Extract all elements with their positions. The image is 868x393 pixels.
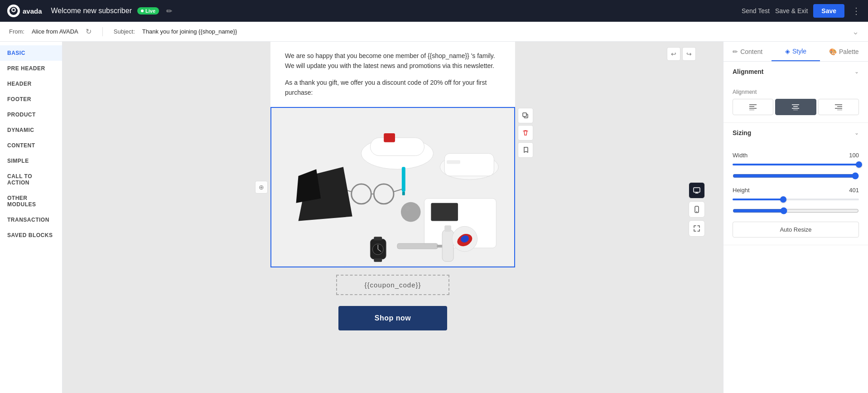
move-handle-icon[interactable]: ⊕ [255,181,268,194]
coupon-code-text: {{coupon_code}} [364,281,421,289]
email-body-text-2: As a thank you gift, we offer you a disc… [285,78,501,98]
copy-block-button[interactable] [518,108,533,123]
svg-rect-10 [444,153,494,176]
sidebar-item-other-modules[interactable]: OTHER MODULES [0,190,62,212]
sizing-chevron-icon: ⌄ [854,130,859,136]
from-label: From: [9,28,24,35]
svg-rect-34 [694,188,700,192]
sidebar-item-simple[interactable]: SIMPLE [0,153,62,169]
svg-rect-26 [444,225,451,232]
subject-label: Subject: [114,28,135,35]
width-label-row: Width 100 [733,152,859,159]
align-left-button[interactable] [733,99,773,115]
palette-tab-icon: 🎨 [829,48,837,55]
subheader-chevron-icon[interactable]: ⌄ [852,27,859,37]
content-tab-icon: ✏ [733,48,738,55]
sidebar-item-basic[interactable]: BASIC [0,45,62,61]
svg-point-28 [405,205,410,211]
style-tab-icon: ◈ [785,48,790,55]
live-badge: Live [137,7,159,15]
sizing-section-title: Sizing [733,129,751,136]
svg-rect-23 [397,243,438,249]
logo: avada [7,5,42,17]
width-slider-thumb [856,161,862,168]
from-value: Alice from AVADA [32,28,78,35]
alignment-section-header[interactable]: Alignment ⌄ [723,62,868,82]
shop-now-button[interactable]: Shop now [338,306,447,330]
height-label: Height [733,187,750,194]
edit-title-icon[interactable]: ✏ [166,7,172,15]
width-control: Width 100 [733,152,859,181]
height-slider-thumb [780,196,786,203]
alignment-sub-label: Alignment [733,89,859,95]
svg-rect-22 [374,258,382,262]
sidebar-item-header[interactable]: HEADER [0,76,62,92]
send-test-button[interactable]: Send Test [742,7,770,15]
image-toolbar [518,108,533,158]
save-button[interactable]: Save [813,4,844,18]
undo-redo-controls: ↩ ↪ [667,47,696,61]
tab-style[interactable]: ◈ Style [772,42,820,61]
tab-palette[interactable]: 🎨 Palette [820,43,868,61]
width-slider-input[interactable] [733,172,859,180]
subheader: From: Alice from AVADA ↻ Subject: Thank … [0,22,868,42]
sidebar-item-call-to-action[interactable]: CALL TO ACTION [0,169,62,190]
save-block-button[interactable] [518,142,533,158]
auto-resize-button[interactable]: Auto Resize [733,222,859,238]
live-dot [141,10,144,12]
sidebar-item-content[interactable]: CONTENT [0,138,62,153]
sidebar-item-product[interactable]: PRODUCT [0,107,62,122]
page-title: Welcome new subscriber [51,7,132,15]
svg-rect-33 [523,113,526,116]
svg-rect-25 [442,230,453,261]
left-sidebar: BASIC PRE HEADER HEADER FOOTER PRODUCT D… [0,42,63,393]
email-image-block[interactable]: ⊕ [270,107,515,267]
height-label-row: Height 401 [733,187,859,194]
redo-button[interactable]: ↪ [682,47,696,61]
topbar: avada Welcome new subscriber Live ✏ Send… [0,0,868,22]
canvas-area: ↩ ↪ We are so happy that you become one … [63,42,723,393]
alignment-buttons [733,99,859,115]
sidebar-item-transaction[interactable]: TRANSACTION [0,212,62,228]
delete-block-button[interactable] [518,125,533,141]
svg-point-2 [13,9,15,11]
sidebar-item-saved-blocks[interactable]: SAVED BLOCKS [0,228,62,243]
view-controls [689,182,705,237]
topbar-menu-icon[interactable]: ⋮ [852,5,861,16]
sidebar-item-footer[interactable]: FOOTER [0,92,62,107]
width-slider-track [733,161,859,168]
align-center-button[interactable] [775,99,816,115]
svg-point-27 [401,202,421,222]
from-refresh-icon[interactable]: ↻ [86,27,92,36]
email-button-block: Shop now [270,302,515,341]
height-slider-track [733,196,859,203]
undo-button[interactable]: ↩ [667,47,680,61]
alignment-section-title: Alignment [733,68,763,75]
svg-rect-11 [447,160,460,164]
height-control: Height 401 [733,187,859,216]
sidebar-item-dynamic[interactable]: DYNAMIC [0,122,62,138]
right-panel: ✏ Content ◈ Style 🎨 Palette Alignment ⌄ … [723,42,868,393]
sidebar-item-pre-header[interactable]: PRE HEADER [0,61,62,76]
save-exit-button[interactable]: Save & Exit [775,7,808,15]
email-body-text-1: We are so happy that you become one memb… [285,51,501,71]
align-right-button[interactable] [818,99,859,115]
svg-point-36 [696,211,697,212]
fullscreen-button[interactable] [689,220,705,237]
desktop-view-button[interactable] [689,182,705,199]
width-slider-fill [733,164,859,165]
sizing-section-header[interactable]: Sizing ⌄ [723,123,868,143]
mobile-view-button[interactable] [689,201,705,218]
alignment-chevron-icon: ⌄ [854,68,859,75]
tab-content[interactable]: ✏ Content [723,43,772,61]
avada-logo-icon [7,5,20,17]
right-panel-tabs: ✏ Content ◈ Style 🎨 Palette [723,42,868,62]
sizing-section-body: Width 100 Height 401 [723,143,868,245]
svg-rect-31 [402,191,405,195]
subheader-divider [102,27,103,36]
main-layout: BASIC PRE HEADER HEADER FOOTER PRODUCT D… [0,42,868,393]
svg-rect-5 [431,203,458,221]
height-slider-input[interactable] [733,207,859,214]
product-flatlay-svg [271,108,514,267]
svg-rect-30 [402,167,405,192]
